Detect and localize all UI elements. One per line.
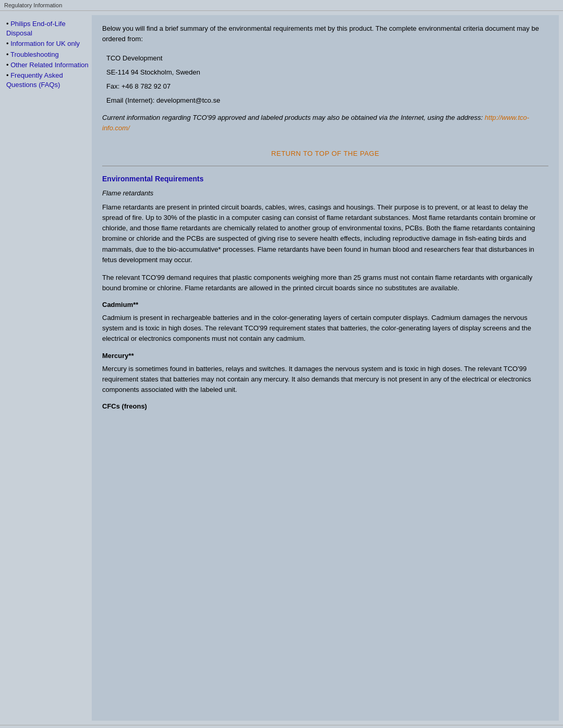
nav-link-philips[interactable]: Philips End-of-Life Disposal [6, 20, 66, 37]
address-line3: Fax: +46 8 782 92 07 [102, 80, 548, 92]
address-line2: SE-114 94 Stockholm, Sweden [102, 66, 548, 78]
cfcs-heading: CFCs (freons) [102, 402, 548, 410]
cadmium-heading: Cadmium** [102, 301, 548, 309]
return-to-top-section: RETURN TO TOP OF THE PAGE [102, 150, 548, 157]
nav-list: Philips End-of-Life Disposal Information… [6, 19, 90, 90]
fax-number: Fax: +46 8 782 92 07 [106, 82, 170, 90]
main-content: Below you will find a brief summary of t… [92, 15, 559, 721]
cadmium-para: Cadmium is present in rechargeable batte… [102, 313, 548, 344]
nav-link-uk[interactable]: Information for UK only [10, 40, 80, 47]
env-section-title: Environmental Requirements [102, 175, 548, 183]
flame-para1: Flame retardants are present in printed … [102, 202, 548, 265]
mercury-para: Mercury is sometimes found in batteries,… [102, 364, 548, 395]
nav-link-other[interactable]: Other Related Information [10, 61, 89, 69]
section-divider [102, 166, 548, 166]
nav-item-troubleshooting: Troubleshooting [6, 50, 90, 59]
status-bar: file:///D|/My%20documents/dfu/W9/german/… [0, 725, 563, 728]
nav-link-faqs[interactable]: Frequently Asked Questions (FAQs) [6, 71, 63, 89]
email-address: Email (Internet): development@tco.se [106, 96, 220, 104]
address-line4: Email (Internet): development@tco.se [102, 94, 548, 106]
italic-note: Current information regarding TCO'99 app… [102, 113, 548, 133]
tco-development: TCO Development [106, 54, 163, 62]
title-bar: Regulatory Information [0, 0, 563, 11]
main-layout: Philips End-of-Life Disposal Information… [0, 11, 563, 725]
nav-item-philips: Philips End-of-Life Disposal [6, 19, 90, 38]
flame-para2: The relevant TCO'99 demand requires that… [102, 273, 548, 293]
italic-note-text1: Current information regarding TCO'99 app… [102, 114, 485, 121]
nav-item-uk: Information for UK only [6, 39, 90, 48]
mercury-heading: Mercury** [102, 352, 548, 360]
env-requirements-section: Environmental Requirements Flame retarda… [102, 175, 548, 410]
return-to-top-link[interactable]: RETURN TO TOP OF THE PAGE [271, 150, 379, 157]
flame-subtitle: Flame retardants [102, 189, 548, 197]
nav-item-other: Other Related Information [6, 60, 90, 70]
address-line1: TCO Development [102, 52, 548, 64]
nav-item-faqs: Frequently Asked Questions (FAQs) [6, 71, 90, 90]
sidebar: Philips End-of-Life Disposal Information… [4, 15, 92, 721]
nav-link-troubleshooting[interactable]: Troubleshooting [10, 51, 59, 58]
title-text: Regulatory Information [4, 2, 62, 8]
stockholm-address: SE-114 94 Stockholm, Sweden [106, 68, 200, 76]
intro-paragraph: Below you will find a brief summary of t… [102, 23, 548, 44]
